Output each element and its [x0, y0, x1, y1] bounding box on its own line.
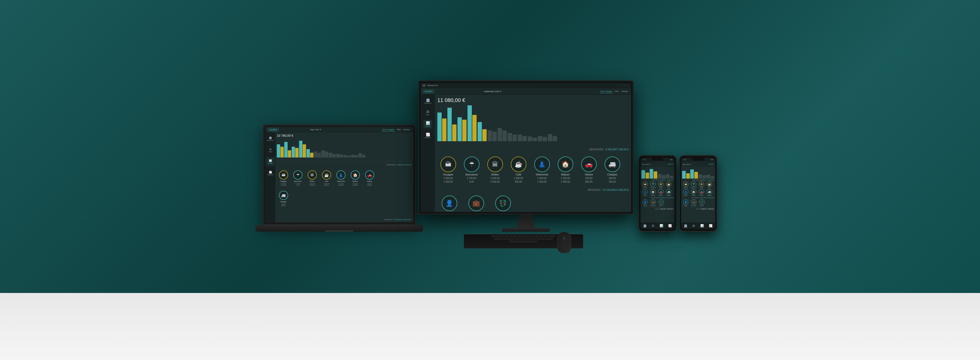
key: [530, 235, 534, 237]
laptop-cat-voiture: 🚗 Voiture 200,00800,00: [363, 170, 376, 186]
monitor-sidebar-rapports[interactable]: 📈 Rapports: [423, 131, 432, 140]
maximize-btn[interactable]: □: [624, 84, 626, 87]
phone1-nav-balance[interactable]: ⚖: [652, 224, 654, 228]
minimize-btn[interactable]: ─: [620, 84, 622, 87]
laptop-tab-restart[interactable]: Restart: [402, 128, 411, 131]
laptop-cat-dettes: 🏛 Dettes 1 500,003 000,00: [305, 170, 319, 186]
phone1-rev-int: 💱 Rev. int.: [658, 199, 665, 206]
monitor-modifier-btn[interactable]: Modifier: [423, 89, 434, 93]
phone1-nav-budget[interactable]: 📊: [660, 224, 663, 228]
monitor-sidebar-budget[interactable]: 📊 Budget: [423, 119, 432, 128]
laptop-base: [256, 225, 423, 232]
monitor-bar-chart: [438, 105, 629, 142]
key: [500, 235, 504, 237]
key: [532, 238, 536, 240]
phone-modifier-1[interactable]: Modifier: [668, 164, 673, 165]
laptop-cat-charges: 🚐 Charges 180,00160,00: [277, 191, 290, 206]
monitor-titlebar: Money Pro ─ □ ×: [421, 83, 631, 88]
phone-date-1: Sept. 2021 ▾: [642, 164, 650, 165]
monitor-cat-voyages: 🏔 Voyages 2 000,00 1 000,00: [438, 156, 459, 183]
laptop-categories: 🏔 Voyages 2 000,001 000,00 ☂ Assurance 1…: [277, 169, 412, 188]
phone2-nav-home[interactable]: 🏦: [684, 224, 687, 228]
key: [537, 238, 541, 240]
laptop-app: Modifier Sept. 2021 ▾ Réel / Budget Réel…: [265, 127, 413, 222]
key: [494, 238, 502, 240]
key: [509, 235, 513, 237]
mouse: [557, 232, 571, 253]
phone1-cat-vetements: 👗 Vêtem.: [641, 189, 649, 196]
laptop-toolbar: Modifier Sept. 2021 ▾ Réel / Budget Réel…: [265, 127, 413, 132]
laptop: Modifier Sept. 2021 ▾ Réel / Budget Réel…: [263, 124, 423, 232]
phone1-nav-home[interactable]: 🏦: [643, 224, 647, 228]
phone-app-1: 19:22 ●●● Sept. 2021 ▾ Modifier: [641, 158, 675, 229]
phone2-cat-voiture: 🚗 Voiture: [698, 189, 705, 196]
phone2-nav-balance[interactable]: ⚖: [692, 224, 695, 228]
laptop-depenses-value: 8 280,00/7 160,00 €: [397, 164, 412, 166]
monitor-sidebar-today[interactable]: 🏦 Aujourd'hui: [423, 97, 432, 105]
phone2-cat-voyages: 🏔 Voyages: [682, 182, 689, 188]
monitor-sidebar-solde[interactable]: ⚖ Solde: [423, 108, 432, 117]
phone-screen-1: 19:22 ●●● Sept. 2021 ▾ Modifier: [641, 158, 675, 229]
key: [524, 238, 528, 240]
key: [539, 235, 543, 237]
phone1-bottom-nav: 🏦 ⚖ 📊 📈: [641, 222, 675, 229]
devices-container: Modifier Sept. 2021 ▾ Réel / Budget Réel…: [0, 80, 980, 280]
monitor-date[interactable]: septembre 2021 ▾: [484, 90, 501, 92]
phone1-depenses-label: DÉPENSES: [652, 179, 660, 181]
monitor-tab-restart[interactable]: Restart: [620, 90, 629, 93]
phone2-cat-assurance: ☂ Assurance: [690, 182, 697, 188]
laptop-amount: 10 780,00 €: [277, 134, 412, 137]
laptop-sidebar: 🏦 Aujourd'hui ⚖ Solde 📊 Budget: [265, 132, 275, 222]
phone2-categories: 🏔 Voyages ☂ Assurance 🏛 Dettes: [682, 182, 714, 196]
laptop-sidebar-solde[interactable]: ⚖ Solde: [266, 146, 275, 155]
monitor-tab-reel-budget[interactable]: Réel / Budget: [599, 90, 613, 93]
table-surface: [0, 293, 980, 360]
laptop-sidebar-budget[interactable]: 📊 Budget: [266, 157, 275, 166]
phone1-rev-salaire: 👤 Salaire: [641, 199, 649, 206]
phone1-cat-maison: 🏠 Maison: [649, 189, 657, 196]
phone-app-2: 14:11 ●●● Sept. 2021 ▾ Modifier: [681, 158, 715, 229]
phone-toolbar-2: Sept. 2021 ▾ Modifier: [681, 162, 715, 167]
monitor-app-title: Money Pro: [427, 84, 438, 87]
laptop-main-content: 10 780,00 €: [275, 132, 413, 222]
phone2-rev-salaire: 👤 Salaire: [682, 199, 689, 206]
monitor-cat-maison: 🏠 Maison 1 500,00 1 800,00: [555, 156, 576, 183]
laptop-tab-reel-budget[interactable]: Réel / Budget: [381, 128, 395, 131]
laptop-sidebar-today[interactable]: 🏦 Aujourd'hui: [266, 134, 275, 143]
phone2-cat-cafe: ☕ Café: [706, 182, 713, 188]
monitor-depenses-label: DÉPENSES: [589, 148, 603, 151]
mouse-scroll-wheel: [563, 236, 565, 240]
phone2-nav-reports[interactable]: 📈: [709, 224, 713, 228]
phone2-rev-prof: 💼 Rev. prof.: [690, 199, 697, 206]
key: [492, 235, 495, 237]
phone1-cat-assurance: ☂ Assurance: [649, 182, 657, 188]
phone1-nav-reports[interactable]: 📈: [668, 224, 672, 228]
monitor-tab-reel[interactable]: Réel: [614, 90, 620, 93]
monitor-cat-voiture: 🚗 Voiture 200,00 800,00: [578, 156, 600, 183]
phone-modifier-2[interactable]: Modifier: [709, 164, 714, 165]
monitor-rev-salaire: 👤 Salaire 8 700,00 8 700,00: [438, 196, 461, 212]
phone2-cat-maison: 🏠 Maison: [690, 189, 697, 196]
phone-toolbar-1: Sept. 2021 ▾ Modifier: [641, 162, 675, 167]
phone2-nav-budget[interactable]: 📊: [700, 224, 704, 228]
key: [528, 238, 532, 240]
laptop-sidebar-rapports[interactable]: 📈 Rapports: [266, 169, 275, 177]
key: [535, 235, 539, 237]
laptop-modifier-btn[interactable]: Modifier: [268, 128, 279, 132]
key: [511, 238, 515, 240]
monitor-cat-assurance: ☂ Assurance 1 700,00 0,00: [461, 156, 482, 183]
phone-signal-2: ●●●: [711, 159, 713, 160]
laptop-screen: Modifier Sept. 2021 ▾ Réel / Budget Réel…: [263, 124, 416, 225]
monitor-revenus-value: 13 100,00/13 100,00 €: [603, 188, 629, 191]
monitor-amount: 11 080,00 €: [438, 97, 629, 104]
laptop-revenus-label: REVENUS: [385, 219, 393, 220]
laptop-revenus-value: 13 100,00 / 13 100,00 €: [394, 219, 411, 220]
key: [543, 235, 547, 237]
phone-notch-2: [692, 158, 704, 161]
laptop-tab-reel[interactable]: Réel: [396, 128, 402, 131]
phone1-cat-voyages: 🏔 Voyages: [641, 182, 649, 188]
monitor-rev-int: 💱 Revenus d'int... 400,00 400,00: [491, 196, 515, 212]
laptop-date: Sept. 2021 ▾: [310, 129, 321, 131]
menu-icon[interactable]: [423, 84, 425, 86]
close-btn[interactable]: ×: [627, 84, 629, 87]
